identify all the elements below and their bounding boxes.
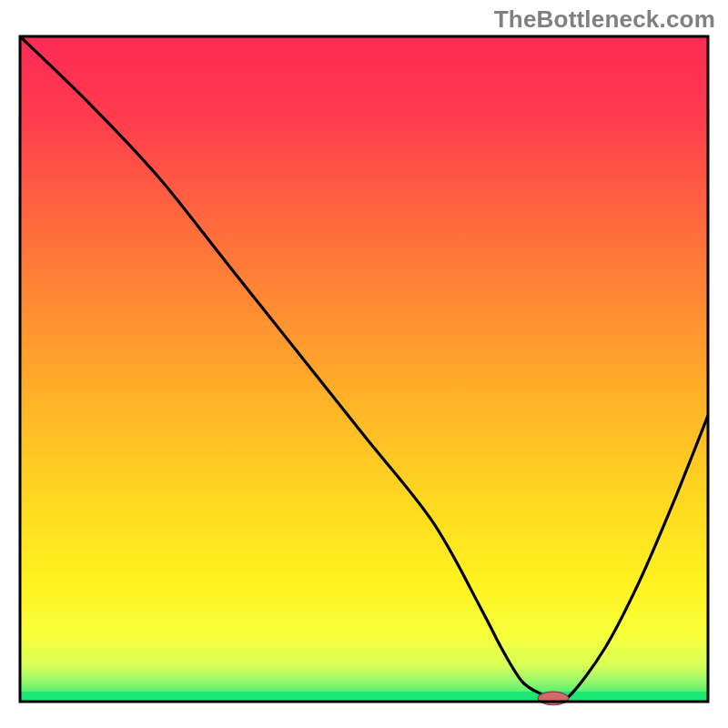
chart-container: { "watermark": "TheBottleneck.com", "col…: [0, 0, 728, 728]
green-band: [20, 692, 708, 702]
gradient-background: [20, 36, 708, 702]
watermark-text: TheBottleneck.com: [494, 5, 715, 34]
bottleneck-chart: [0, 0, 728, 728]
